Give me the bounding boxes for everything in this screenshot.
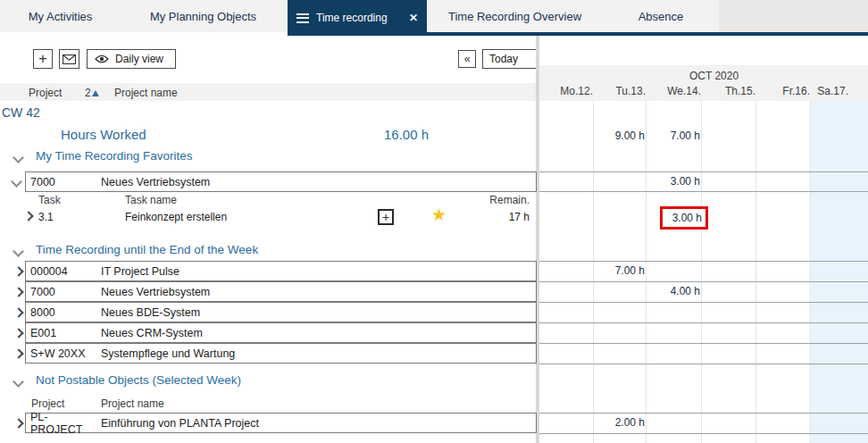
daily-view-label: Daily view (115, 53, 163, 65)
project-hours-we[interactable]: 3.00 h (651, 175, 701, 188)
grid-row-line (539, 364, 868, 364)
grid-row-line (539, 171, 868, 172)
grid-column-line (810, 101, 811, 443)
section-favorites-title[interactable]: My Time Recording Favorites (36, 149, 193, 163)
remain-column-label: Remain. (473, 194, 530, 206)
project-id-cell[interactable]: 8000 (25, 302, 97, 322)
expand-icon[interactable] (15, 330, 22, 337)
calendar-week-label: CW 42 (2, 105, 40, 120)
row-hours-tu[interactable]: 7.00 h (596, 264, 646, 277)
project-name-cell[interactable]: Einführung von PLANTA Project (96, 413, 537, 433)
expand-icon[interactable] (15, 350, 22, 357)
grid-row-line (539, 281, 868, 282)
hours-worked-we: 7.00 h (651, 130, 701, 142)
today-label: Today (489, 53, 518, 65)
tab-label: Time recording (316, 12, 388, 24)
tab-label: My Planning Objects (150, 10, 256, 23)
row-hours-we[interactable]: 4.00 h (651, 285, 701, 297)
hours-worked-label: Hours Worked (61, 127, 146, 142)
project-id-cell[interactable]: 7000 (25, 281, 97, 302)
tab-bar-filler (719, 0, 868, 32)
grid-row-line (539, 343, 868, 344)
grid-row-line (539, 322, 868, 323)
collapse-icon[interactable] (13, 178, 20, 185)
project-id-cell[interactable]: 000004 (25, 261, 97, 281)
tab-absence[interactable]: Absence (603, 0, 719, 32)
mail-button[interactable] (59, 49, 79, 69)
grid-row-line (539, 191, 868, 192)
collapse-icon[interactable] (14, 378, 21, 385)
task-remaining-hours: 17 h (482, 211, 530, 223)
collapse-icon[interactable] (14, 247, 21, 255)
project-name-cell[interactable]: Neues CRM-System (96, 322, 537, 343)
project-id-cell[interactable]: S+W 20XX (25, 343, 97, 364)
grid-column-line (593, 101, 594, 443)
grid-row-line (539, 261, 868, 262)
tab-my-activities[interactable]: My Activities (0, 0, 121, 32)
project-id-cell[interactable]: E001 (25, 322, 97, 343)
grid-column-line (646, 101, 647, 443)
expand-icon[interactable] (15, 309, 22, 316)
section-not-postable-title[interactable]: Not Postable Objects (Selected Week) (36, 373, 241, 387)
hours-worked-total: 16.00 h (348, 127, 429, 142)
grid-column-line (755, 101, 756, 443)
daily-view-button[interactable]: Daily view (87, 49, 176, 69)
project-name-cell[interactable]: Neues Vertriebsystem (96, 171, 537, 192)
task-id[interactable]: 3.1 (38, 211, 54, 223)
collapse-icon[interactable] (14, 154, 21, 161)
day-label-th: Th.15. (704, 85, 755, 97)
tab-time-recording-overview[interactable]: Time Recording Overview (427, 0, 603, 32)
tab-my-planning-objects[interactable]: My Planning Objects (121, 0, 286, 32)
sort-order-number[interactable]: 2 (85, 87, 91, 99)
previous-week-button[interactable]: « (458, 50, 476, 68)
grid-row-line (539, 433, 868, 434)
row-hours-tu[interactable]: 2.00 h (596, 416, 646, 429)
today-select[interactable]: Today (482, 49, 538, 69)
tab-label: Absence (638, 10, 684, 23)
project-name-cell[interactable]: Systempflege und Wartung (96, 343, 537, 364)
project-name-cell[interactable]: Neues BDE-System (96, 302, 537, 322)
column-project[interactable]: Project (29, 87, 62, 99)
project-id-cell[interactable]: PL-PROJECT (25, 413, 97, 433)
selected-hours-cell[interactable]: 3.00 h (660, 206, 708, 230)
day-label-we: We.14. (649, 85, 701, 97)
menu-icon[interactable] (296, 13, 309, 23)
day-label-sa: Sa.17. (797, 85, 848, 97)
tab-label: My Activities (29, 10, 93, 23)
section-week-recording-title[interactable]: Time Recording until the End of the Week (36, 243, 258, 256)
weekend-column-shading (810, 101, 868, 443)
project-name-cell[interactable]: IT Project Pulse (96, 261, 537, 281)
grid-row-line (539, 302, 868, 303)
project-column-label: Project (31, 397, 64, 410)
day-label-mo: Mo.12. (541, 85, 593, 97)
expand-icon[interactable] (15, 420, 22, 427)
task-name-column-label: Task name (125, 194, 177, 206)
close-icon[interactable]: ✕ (409, 12, 418, 24)
project-name-cell[interactable]: Neues Vertriebsystem (96, 281, 537, 302)
favorite-star-icon[interactable]: ★ (431, 205, 447, 225)
grid-column-line (701, 101, 702, 443)
expand-icon[interactable] (15, 288, 22, 296)
tab-label: Time Recording Overview (448, 10, 581, 23)
column-project-name[interactable]: Project name (114, 87, 178, 99)
project-id-cell[interactable]: 7000 (25, 171, 97, 192)
add-booking-button[interactable]: + (378, 209, 394, 225)
day-label-tu: Tu.13. (594, 85, 646, 97)
month-label: OCT 2020 (689, 70, 739, 82)
hours-worked-tu: 9.00 h (596, 130, 646, 142)
task-column-label: Task (38, 194, 61, 206)
sort-asc-icon[interactable] (92, 90, 99, 96)
tab-time-recording-active[interactable]: Time recording ✕ (288, 0, 427, 36)
left-column-header: Project 2 Project name (0, 83, 536, 101)
project-name-column-label: Project name (101, 397, 164, 410)
add-button[interactable]: + (33, 49, 53, 69)
grid-row-line (539, 413, 868, 414)
envelope-icon (63, 54, 76, 64)
task-name[interactable]: Feinkonzept erstellen (125, 211, 227, 223)
time-recording-app: My Activities My Planning Objects Time R… (0, 0, 868, 443)
expand-icon[interactable] (15, 268, 22, 275)
eye-icon (95, 54, 109, 63)
expand-icon[interactable] (25, 213, 32, 220)
